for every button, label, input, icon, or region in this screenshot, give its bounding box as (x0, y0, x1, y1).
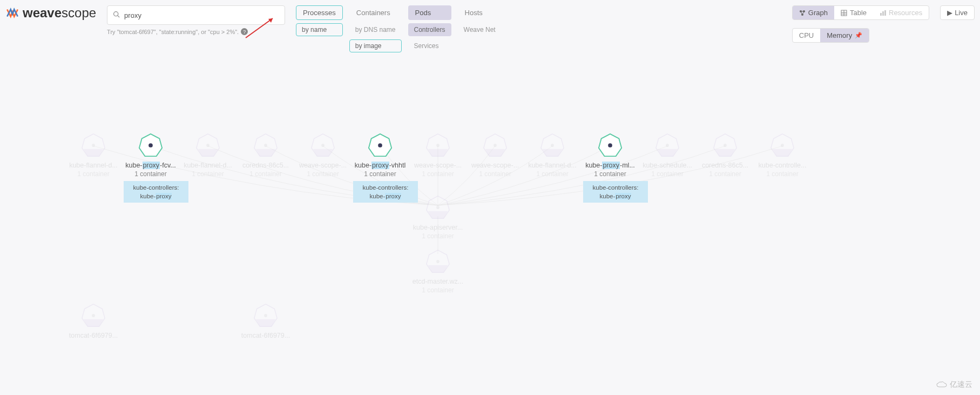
svg-point-25 (781, 144, 784, 147)
topology-pods[interactable]: Pods (408, 5, 451, 20)
node-n11[interactable]: coredns-86c5...1 container (698, 132, 752, 178)
search-input[interactable] (124, 11, 279, 19)
topology-processes[interactable]: Processes (296, 5, 343, 20)
topology-containers[interactable]: Containers (349, 5, 402, 20)
svg-point-7 (264, 144, 267, 147)
heptagon-icon (310, 132, 336, 158)
node-label: kube-controlle... (755, 162, 809, 169)
heptagon-icon (138, 132, 164, 158)
node-n12[interactable]: kube-controlle...1 container (755, 132, 809, 178)
graph-icon (799, 10, 806, 16)
svg-point-17 (551, 144, 554, 147)
node-label: kube-proxy-fcv... (124, 162, 178, 169)
node-api[interactable]: kube-apiserver...1 container (411, 195, 465, 240)
metric-cpu[interactable]: CPU (793, 29, 820, 42)
node-label: tomcat-6f6979... (66, 332, 120, 339)
heptagon-icon (482, 132, 508, 158)
svg-point-31 (92, 314, 95, 317)
node-sublabel: 1 container (296, 170, 350, 178)
node-label: kube-flannel-d... (525, 162, 579, 169)
node-n0[interactable]: kube-flannel-d...1 container (66, 132, 120, 178)
node-label: coredns-86c5... (239, 162, 293, 169)
node-sublabel: 1 container (66, 170, 120, 178)
node-label: kube-proxy-ml... (583, 162, 637, 169)
svg-point-11 (378, 143, 382, 148)
node-sublabel: 1 container (411, 232, 465, 240)
search-hint: Try "tomcat-6f697", "state:running", or … (107, 28, 285, 35)
node-n3[interactable]: coredns-86c5...1 container (239, 132, 293, 178)
svg-point-21 (666, 144, 669, 147)
node-sublabel: 1 container (525, 170, 579, 178)
node-sublabel: 1 container (239, 170, 293, 178)
subtopology-controllers[interactable]: Controllers (408, 23, 451, 36)
topology-hosts[interactable]: Hosts (458, 5, 502, 20)
heptagon-icon (253, 303, 279, 329)
node-n10[interactable]: kube-schedule...1 container (640, 132, 694, 178)
resources-icon (880, 10, 886, 16)
weave-icon (5, 6, 19, 20)
heptagon-icon (253, 132, 279, 158)
svg-point-15 (494, 144, 497, 147)
heptagon-icon (80, 132, 106, 158)
heptagon-icon (769, 132, 795, 158)
svg-rect-50 (884, 10, 886, 16)
view-table[interactable]: Table (834, 6, 873, 19)
view-mode-group: Graph Table Resources (792, 5, 929, 20)
table-icon (841, 10, 847, 16)
node-label: kube-flannel-d... (181, 162, 235, 169)
live-button[interactable]: ▶ Live (940, 5, 975, 20)
heptagon-icon (425, 195, 451, 220)
search-box[interactable] (107, 5, 285, 25)
node-sublabel: 1 container (124, 170, 178, 178)
view-graph[interactable]: Graph (793, 6, 834, 19)
view-resources: Resources (873, 6, 929, 19)
match-box: kube-controllers:kube-proxy (583, 181, 648, 203)
subtopology-by-name[interactable]: by name (296, 23, 343, 36)
svg-point-13 (436, 144, 440, 147)
node-sublabel: 1 container (411, 286, 465, 294)
node-n9[interactable]: kube-proxy-ml...1 containerkube-controll… (583, 132, 637, 203)
svg-rect-49 (882, 11, 884, 16)
pin-icon: 📌 (855, 32, 862, 39)
node-n8[interactable]: kube-flannel-d...1 container (525, 132, 579, 178)
node-label: kube-apiserver... (411, 224, 465, 231)
node-etcd[interactable]: etcd-master.wz...1 container (411, 249, 465, 294)
node-t1[interactable]: tomcat-6f6979... (66, 303, 120, 339)
node-n1[interactable]: kube-proxy-fcv...1 containerkube-control… (124, 132, 178, 203)
cloud-icon (936, 381, 948, 389)
subtopology-weave-net[interactable]: Weave Net (458, 23, 502, 36)
svg-point-1 (92, 144, 95, 147)
node-label: weave-scope-... (411, 162, 465, 169)
svg-point-23 (724, 144, 727, 147)
svg-line-35 (118, 16, 119, 17)
node-n4[interactable]: weave-scope-...1 container (296, 132, 350, 178)
logo[interactable]: weavescope (5, 5, 96, 21)
heptagon-icon (654, 132, 680, 158)
node-label: kube-flannel-d... (66, 162, 120, 169)
node-n7[interactable]: weave-scope-...1 container (468, 132, 522, 178)
node-label: kube-schedule... (640, 162, 694, 169)
node-sublabel: 1 container (468, 170, 522, 178)
node-label: tomcat-6f6979... (239, 332, 293, 339)
match-box: kube-controllers:kube-proxy (353, 181, 418, 203)
node-n5[interactable]: kube-proxy-vhhtl1 containerkube-controll… (353, 132, 407, 203)
match-box: kube-controllers:kube-proxy (124, 181, 188, 203)
metric-memory[interactable]: Memory 📌 (820, 29, 869, 42)
node-label: coredns-86c5... (698, 162, 752, 169)
heptagon-icon (80, 303, 106, 329)
subtopology-services[interactable]: Services (408, 39, 451, 52)
svg-point-5 (206, 144, 209, 147)
node-n2[interactable]: kube-flannel-d...1 container (181, 132, 235, 178)
subtopology-by-image[interactable]: by image (349, 39, 402, 52)
heptagon-icon (367, 132, 393, 158)
node-sublabel: 1 container (640, 170, 694, 178)
node-sublabel: 1 container (181, 170, 235, 178)
node-t2[interactable]: tomcat-6f6979... (239, 303, 293, 339)
heptagon-icon (425, 132, 451, 158)
node-n6[interactable]: weave-scope-...1 container (411, 132, 465, 178)
node-label: weave-scope-... (296, 162, 350, 169)
node-label: kube-proxy-vhhtl (353, 162, 407, 169)
node-sublabel: 1 container (755, 170, 809, 178)
subtopology-by-dns[interactable]: by DNS name (349, 23, 402, 36)
help-icon[interactable]: ? (241, 28, 248, 35)
